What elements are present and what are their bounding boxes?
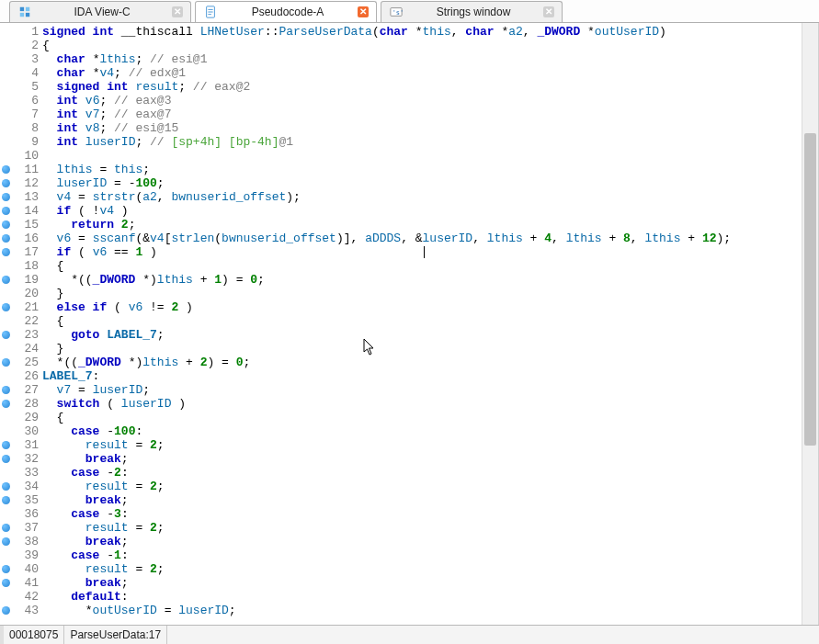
code-line[interactable]: 34 result = 2;	[0, 480, 818, 493]
code-content[interactable]: goto LABEL_7;	[40, 328, 165, 342]
code-content[interactable]: switch ( luserID )	[40, 397, 186, 411]
code-content[interactable]: *((_DWORD *)lthis + 1) = 0;	[40, 273, 265, 287]
code-line[interactable]: 33 case -2:	[0, 466, 818, 480]
code-content[interactable]: int luserID; // [sp+4h] [bp-4h]@1	[40, 135, 293, 149]
breakpoint-dot-icon[interactable]	[2, 303, 10, 311]
code-content[interactable]: }	[40, 342, 63, 356]
code-content[interactable]: else if ( v6 != 2 )	[40, 300, 193, 314]
code-line[interactable]: 38 break;	[0, 535, 818, 548]
code-content[interactable]: {	[40, 314, 63, 328]
code-content[interactable]: case -3:	[40, 507, 129, 521]
code-content[interactable]: v6 = sscanf(&v4[strlen(bwnuserid_offset)…	[40, 232, 731, 245]
breakpoint-dot-icon[interactable]	[2, 179, 10, 187]
code-content[interactable]: LABEL_7:	[40, 369, 99, 383]
code-line[interactable]: 18 {	[0, 259, 818, 273]
code-line[interactable]: 23 goto LABEL_7;	[0, 328, 818, 342]
breakpoint-dot-icon[interactable]	[2, 441, 10, 449]
code-content[interactable]: result = 2;	[40, 562, 165, 576]
code-line[interactable]: 28 switch ( luserID )	[0, 397, 818, 411]
breakpoint-dot-icon[interactable]	[2, 537, 10, 546]
breakpoint-dot-icon[interactable]	[2, 207, 10, 215]
code-content[interactable]: {	[40, 259, 63, 273]
code-line[interactable]: 42 default:	[0, 590, 818, 604]
tab-strings-window[interactable]: 's'Strings window✕	[381, 1, 563, 22]
code-content[interactable]: luserID = -100;	[40, 176, 165, 190]
code-line[interactable]: 8 int v8; // esi@15	[0, 121, 818, 135]
breakpoint-dot-icon[interactable]	[2, 606, 10, 615]
code-line[interactable]: 41 break;	[0, 576, 818, 590]
code-line[interactable]: 11 lthis = this;	[0, 163, 818, 176]
code-content[interactable]: return 2;	[40, 218, 135, 232]
code-line[interactable]: 25 *((_DWORD *)lthis + 2) = 0;	[0, 356, 818, 369]
close-icon[interactable]: ✕	[543, 6, 554, 17]
code-line[interactable]: 43 *outUserID = luserID;	[0, 604, 818, 617]
code-content[interactable]: break;	[40, 452, 129, 466]
code-line[interactable]: 10	[0, 149, 818, 163]
breakpoint-dot-icon[interactable]	[2, 386, 10, 394]
code-view[interactable]: 1signed int __thiscall LHNetUser::ParseU…	[0, 23, 819, 625]
code-content[interactable]: }	[40, 287, 63, 300]
code-line[interactable]: 6 int v6; // eax@3	[0, 94, 818, 107]
code-line[interactable]: 19 *((_DWORD *)lthis + 1) = 0;	[0, 273, 818, 287]
code-line[interactable]: 17 if ( v6 == 1 )	[0, 245, 818, 259]
breakpoint-dot-icon[interactable]	[2, 482, 10, 491]
code-content[interactable]: {	[40, 411, 63, 424]
breakpoint-dot-icon[interactable]	[2, 165, 10, 174]
breakpoint-dot-icon[interactable]	[2, 455, 10, 463]
code-line[interactable]: 9 int luserID; // [sp+4h] [bp-4h]@1	[0, 135, 818, 149]
code-line[interactable]: 35 break;	[0, 493, 818, 507]
breakpoint-dot-icon[interactable]	[2, 220, 10, 229]
breakpoint-dot-icon[interactable]	[2, 276, 10, 284]
code-line[interactable]: 4 char *v4; // edx@1	[0, 66, 818, 80]
scrollbar-thumb[interactable]	[804, 133, 816, 446]
code-content[interactable]: char *lthis; // esi@1	[40, 52, 207, 66]
code-content[interactable]: break;	[40, 576, 129, 590]
code-content[interactable]: signed int result; // eax@2	[40, 80, 250, 94]
code-line[interactable]: 1signed int __thiscall LHNetUser::ParseU…	[0, 25, 818, 39]
code-content[interactable]: signed int __thiscall LHNetUser::ParseUs…	[40, 25, 666, 39]
code-content[interactable]: if ( v6 == 1 )	[40, 245, 425, 259]
code-content[interactable]: case -2:	[40, 466, 129, 480]
close-icon[interactable]: ✕	[172, 6, 183, 17]
breakpoint-dot-icon[interactable]	[2, 331, 10, 339]
code-content[interactable]: *((_DWORD *)lthis + 2) = 0;	[40, 356, 250, 369]
code-content[interactable]: lthis = this;	[40, 163, 150, 176]
code-content[interactable]: case -100:	[40, 424, 142, 438]
code-line[interactable]: 15 return 2;	[0, 218, 818, 232]
code-content[interactable]: case -1:	[40, 548, 129, 562]
code-line[interactable]: 30 case -100:	[0, 424, 818, 438]
code-content[interactable]: int v8; // esi@15	[40, 121, 178, 135]
tab-ida-view-c[interactable]: IDA View-C✕	[9, 1, 191, 22]
code-line[interactable]: 36 case -3:	[0, 507, 818, 521]
code-content[interactable]: v7 = luserID;	[40, 383, 150, 397]
code-line[interactable]: 13 v4 = strstr(a2, bwnuserid_offset);	[0, 190, 818, 204]
breakpoint-dot-icon[interactable]	[2, 524, 10, 532]
code-line[interactable]: 37 result = 2;	[0, 521, 818, 535]
code-content[interactable]: result = 2;	[40, 521, 165, 535]
breakpoint-dot-icon[interactable]	[2, 496, 10, 504]
code-content[interactable]: int v7; // eax@7	[40, 107, 171, 121]
code-line[interactable]: 7 int v7; // eax@7	[0, 107, 818, 121]
breakpoint-dot-icon[interactable]	[2, 193, 10, 201]
code-content[interactable]: break;	[40, 535, 129, 548]
code-line[interactable]: 16 v6 = sscanf(&v4[strlen(bwnuserid_offs…	[0, 232, 818, 245]
code-line[interactable]: 3 char *lthis; // esi@1	[0, 52, 818, 66]
breakpoint-dot-icon[interactable]	[2, 248, 10, 256]
code-content[interactable]: result = 2;	[40, 438, 165, 452]
code-line[interactable]: 14 if ( !v4 )	[0, 204, 818, 218]
code-content[interactable]: *outUserID = luserID;	[40, 604, 236, 617]
breakpoint-dot-icon[interactable]	[2, 400, 10, 408]
scrollbar-vertical[interactable]	[802, 23, 818, 625]
code-content[interactable]: char *v4; // edx@1	[40, 66, 186, 80]
code-line[interactable]: 39 case -1:	[0, 548, 818, 562]
code-line[interactable]: 24 }	[0, 342, 818, 356]
code-line[interactable]: 20 }	[0, 287, 818, 300]
code-line[interactable]: 12 luserID = -100;	[0, 176, 818, 190]
code-content[interactable]: {	[40, 39, 50, 52]
code-line[interactable]: 29 {	[0, 411, 818, 424]
breakpoint-dot-icon[interactable]	[2, 565, 10, 573]
code-line[interactable]: 5 signed int result; // eax@2	[0, 80, 818, 94]
code-content[interactable]: break;	[40, 493, 129, 507]
code-content[interactable]: default:	[40, 590, 129, 604]
breakpoint-dot-icon[interactable]	[2, 358, 10, 367]
